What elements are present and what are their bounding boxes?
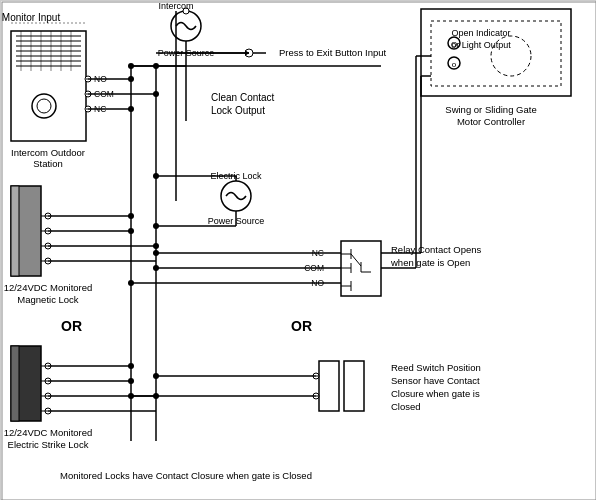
- svg-point-125: [153, 91, 159, 97]
- intercom-outdoor-label: Intercom Outdoor: [11, 147, 85, 158]
- svg-point-59: [128, 213, 134, 219]
- monitored-note-label: Monitored Locks have Contact Closure whe…: [60, 470, 312, 481]
- clean-contact-label: Clean Contact: [211, 92, 275, 103]
- svg-point-110: [128, 393, 134, 399]
- press-exit-label: Press to Exit Button Input: [279, 47, 387, 58]
- electric-strike-label: 12/24VDC Monitored: [4, 427, 93, 438]
- svg-point-126: [128, 106, 134, 112]
- monitor-input-label: Monitor Input: [2, 12, 61, 23]
- svg-point-44: [153, 173, 159, 179]
- intercom-power-label: Intercom: [158, 1, 193, 11]
- svg-point-63: [153, 243, 159, 249]
- svg-rect-102: [344, 361, 364, 411]
- swing-gate-label: Swing or Sliding Gate: [445, 104, 536, 115]
- magnetic-lock-label2: Magnetic Lock: [17, 294, 79, 305]
- or2-label: OR: [291, 318, 312, 334]
- svg-rect-101: [319, 361, 339, 411]
- svg-point-61: [128, 228, 134, 234]
- svg-rect-49: [11, 186, 19, 276]
- open-indicator-label: Open Indicator: [451, 28, 510, 38]
- svg-point-76: [128, 363, 134, 369]
- svg-point-108: [153, 373, 159, 379]
- svg-rect-66: [11, 346, 19, 421]
- wiring-diagram: Monitor Input Intercom Outdoor Station N…: [0, 0, 596, 500]
- or1-label: OR: [61, 318, 82, 334]
- svg-point-98: [153, 265, 159, 271]
- reed-switch-label: Reed Switch Position: [391, 362, 481, 373]
- svg-text:o: o: [452, 60, 457, 69]
- clean-contact-label2: Lock Output: [211, 105, 265, 116]
- open-indicator-label2: or Light Output: [451, 40, 511, 50]
- reed-switch-label2: Sensor have Contact: [391, 375, 480, 386]
- svg-point-100: [128, 280, 134, 286]
- svg-point-128: [128, 63, 134, 69]
- electric-strike-label2: Electric Strike Lock: [8, 439, 89, 450]
- intercom-outdoor-label2: Station: [33, 158, 63, 169]
- reed-switch-label3: Closure when gate is: [391, 388, 480, 399]
- magnetic-lock-label: 12/24VDC Monitored: [4, 282, 93, 293]
- svg-point-16: [37, 99, 51, 113]
- svg-rect-1: [11, 31, 86, 141]
- svg-point-96: [153, 250, 159, 256]
- svg-point-124: [128, 76, 134, 82]
- svg-point-47: [153, 223, 159, 229]
- svg-point-127: [153, 63, 159, 69]
- reed-switch-label4: Closed: [391, 401, 421, 412]
- relay-contact-label2: when gate is Open: [390, 257, 470, 268]
- swing-gate-label2: Motor Controller: [457, 116, 525, 127]
- svg-point-78: [128, 378, 134, 384]
